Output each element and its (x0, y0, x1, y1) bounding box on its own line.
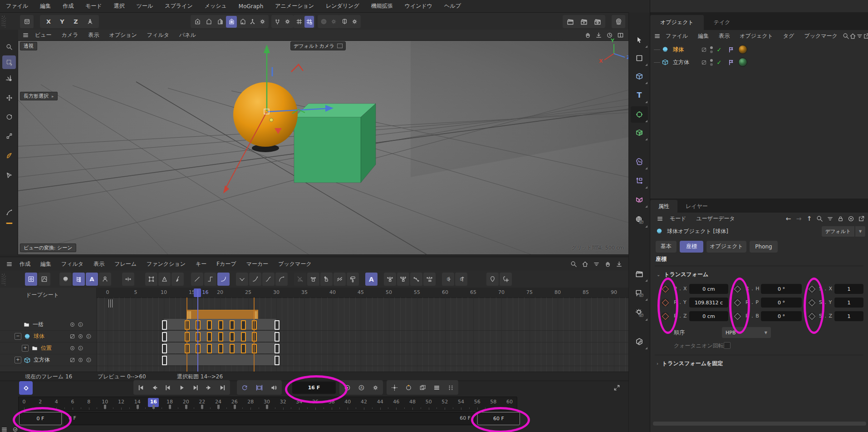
render-picture-icon[interactable] (578, 16, 590, 28)
ghost-icon[interactable] (416, 381, 429, 394)
external-icon[interactable] (863, 31, 868, 41)
menubar-item[interactable]: ウインドウ (399, 2, 438, 10)
preset-dropdown[interactable]: デフォルト (822, 226, 854, 237)
set-key-icon[interactable] (387, 381, 401, 394)
arrow-left-icon[interactable]: ← (783, 214, 794, 223)
vis-dot-top[interactable] (710, 46, 713, 49)
add-keyframe-button[interactable] (19, 381, 33, 395)
range-end-handle[interactable]: 60 F (460, 415, 471, 421)
cycle-icon[interactable] (252, 381, 266, 394)
falloff-icon[interactable] (319, 16, 329, 28)
transform-field[interactable]: 0 ° (761, 298, 802, 308)
p-keyframe-diamond[interactable] (661, 312, 669, 320)
menubar-item[interactable]: モード (79, 2, 108, 10)
viewport-menu-item[interactable]: オプション (104, 31, 142, 39)
vis-dot-top[interactable] (710, 59, 713, 62)
cube-object[interactable] (294, 104, 376, 183)
gear-icon[interactable] (350, 16, 359, 28)
camera-dot-icon[interactable] (68, 345, 76, 351)
playhead-line[interactable] (197, 289, 198, 372)
hand-icon[interactable] (582, 30, 593, 40)
rect-select-icon[interactable] (2, 55, 16, 69)
hand-icon[interactable] (602, 258, 613, 269)
timeline-toolbar-grip[interactable] (1, 273, 6, 285)
text-tool-icon[interactable]: T (631, 87, 648, 104)
cursor-gear-icon[interactable] (2, 72, 16, 85)
hierarchy-icon[interactable] (73, 273, 85, 286)
timeline-menu-item[interactable]: フィルタ (56, 260, 88, 268)
keyframe-selected[interactable] (218, 332, 223, 342)
roller-icon[interactable] (347, 273, 359, 286)
zero-left-icon[interactable]: 0 (442, 273, 454, 286)
track-name-row[interactable]: −球体S (0, 331, 96, 343)
viewport[interactable]: 透視 長方形選択 ▸ デフォルトカメラ ビューの変換: シーン グリッド間隔: … (18, 41, 628, 254)
keyframe-selected[interactable] (207, 320, 212, 330)
attribute-section-tab[interactable]: Phong (750, 241, 778, 253)
menubar-item[interactable]: ファイル (0, 2, 34, 10)
s-keyframe-diamond[interactable] (808, 312, 816, 320)
link-selection-icon[interactable] (99, 273, 111, 286)
transform-field[interactable]: 0 cm (689, 311, 728, 321)
grid-icon[interactable] (294, 16, 304, 28)
vis-dot-bottom[interactable] (710, 50, 713, 53)
goto-start-icon[interactable] (134, 381, 147, 394)
gear-icon[interactable] (329, 16, 338, 28)
object-manager-menu-icon[interactable] (654, 33, 661, 40)
pen-tool-icon[interactable] (2, 168, 16, 182)
menubar-item[interactable]: MoGraph (233, 3, 270, 10)
visibility-dots[interactable] (708, 46, 715, 53)
hamburger-icon[interactable] (1, 426, 8, 432)
transform-field[interactable]: 1 (834, 298, 863, 308)
vis-dot-bottom[interactable] (710, 63, 713, 66)
current-frame-field[interactable]: 16 F (292, 382, 336, 394)
attribute-manager-tab[interactable]: 属性 (650, 200, 677, 213)
freeze-transform-section[interactable]: › トランスフォームを固定 (657, 360, 723, 367)
camera-label[interactable]: デフォルトカメラ (290, 41, 346, 50)
region-icon[interactable] (631, 50, 648, 66)
solo-icon[interactable]: S (76, 322, 84, 328)
keyframe-selected[interactable] (230, 320, 235, 330)
layer-badge-icon[interactable] (68, 357, 76, 363)
timeline-menu-item[interactable]: 編集 (35, 260, 56, 268)
menubar-item[interactable]: 作成 (57, 2, 79, 10)
marker-pin-icon[interactable] (486, 273, 499, 286)
mirror-icon[interactable] (631, 192, 648, 208)
transform-field[interactable]: 0 cm (689, 284, 728, 294)
autokey-a-icon[interactable]: A (365, 273, 378, 286)
panel-icon[interactable] (615, 30, 626, 40)
projection-label[interactable]: 透視 (20, 42, 37, 50)
keyframe-selected[interactable] (207, 344, 212, 353)
range-start-field[interactable]: 0 F (19, 412, 62, 425)
keyframe[interactable] (275, 320, 280, 330)
layer-badge-icon[interactable] (699, 47, 708, 53)
timeline-ruler[interactable]: 05101520253035404550556065707580859016 (97, 288, 629, 298)
sound-icon[interactable] (267, 381, 281, 394)
attribute-section-tab[interactable]: 基本 (656, 241, 677, 253)
axis-lock-z-button[interactable]: Z (70, 16, 82, 27)
linear-tangent-icon[interactable] (191, 273, 203, 286)
timeline-menu-item[interactable]: フレーム (109, 260, 142, 268)
keyframe[interactable] (162, 344, 167, 353)
timeline-menu-item[interactable]: 作成 (15, 260, 35, 268)
s-keyframe-diamond[interactable] (808, 285, 816, 293)
preset-dropdown-arrow[interactable]: ▼ (855, 226, 865, 237)
r-keyframe-diamond[interactable] (733, 312, 741, 320)
material-thumb[interactable] (738, 58, 747, 67)
keyframe-selected[interactable] (218, 344, 223, 353)
next-key-icon[interactable] (202, 381, 216, 394)
keyframe-selected[interactable] (241, 332, 246, 342)
layer-badge-icon[interactable] (68, 333, 76, 339)
layers-icon[interactable] (430, 381, 443, 394)
next-frame-icon[interactable] (189, 381, 202, 394)
menubar-item[interactable]: 編集 (34, 2, 57, 10)
viewport-menu-icon[interactable] (21, 32, 30, 39)
keys-bar-lock-icon[interactable] (397, 273, 409, 286)
step-tangent-icon[interactable] (204, 273, 216, 286)
axis-lock-icon[interactable] (83, 16, 96, 28)
keyframe[interactable] (162, 320, 167, 330)
add-marker-icon[interactable] (500, 273, 512, 286)
fcurve-mode-icon[interactable] (38, 273, 50, 286)
active-tool-label[interactable]: 長方形選択 ▸ (20, 92, 58, 100)
light-st-icon[interactable]: ST (631, 305, 648, 321)
powerslider-ruler[interactable]: 0246810121416182022242628303234363840424… (18, 397, 517, 411)
